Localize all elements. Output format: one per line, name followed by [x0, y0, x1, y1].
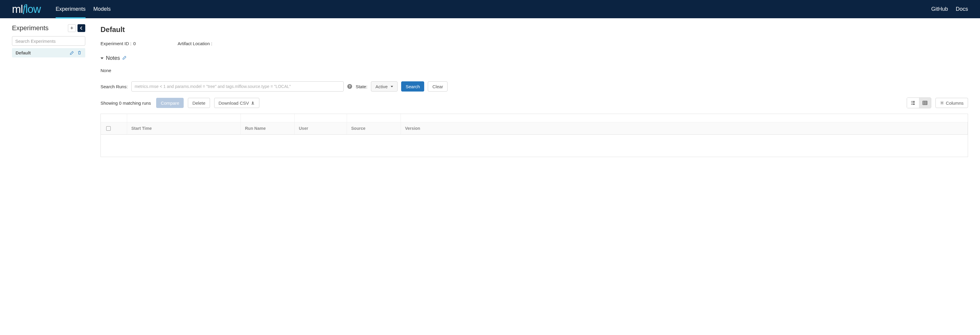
column-source[interactable]: Source: [347, 122, 401, 134]
column-run-name[interactable]: Run Name: [241, 122, 295, 134]
sidebar-title: Experiments: [12, 24, 48, 32]
download-icon: [251, 101, 255, 105]
nav-right: GitHub Docs: [931, 1, 968, 17]
mlflow-logo: mlflow: [12, 3, 41, 16]
view-toggle: [907, 97, 931, 108]
notes-label: Notes: [106, 55, 120, 61]
svg-rect-0: [923, 101, 927, 105]
experiment-id: Experiment ID 0: [100, 41, 136, 46]
table-body-empty: [101, 135, 968, 157]
search-runs-label: Search Runs:: [100, 84, 128, 89]
sidebar-item-default[interactable]: Default: [12, 48, 85, 57]
chevron-down-icon: [391, 86, 393, 87]
state-dropdown[interactable]: Active: [371, 81, 398, 92]
nav-github[interactable]: GitHub: [931, 1, 948, 17]
compare-button: Compare: [156, 98, 184, 108]
delete-runs-button[interactable]: Delete: [188, 98, 210, 108]
search-experiments-input[interactable]: [12, 36, 85, 46]
top-header: mlflow Experiments Models GitHub Docs: [0, 0, 980, 18]
delete-icon[interactable]: [77, 51, 82, 55]
column-user[interactable]: User: [295, 122, 347, 134]
sidebar: Experiments + Default: [0, 18, 90, 157]
edit-icon[interactable]: [70, 51, 74, 55]
search-runs-input[interactable]: [131, 81, 344, 92]
runs-table: Start Time Run Name User Source Version: [100, 114, 968, 157]
select-all-checkbox[interactable]: [106, 126, 111, 131]
column-start-time[interactable]: Start Time: [127, 122, 241, 134]
edit-icon: [123, 56, 127, 60]
main-panel: Default Experiment ID 0 Artifact Locatio…: [90, 18, 980, 157]
notes-content: None: [100, 68, 968, 73]
nav-models[interactable]: Models: [93, 1, 111, 17]
add-experiment-button[interactable]: +: [68, 24, 76, 32]
collapse-sidebar-button[interactable]: [78, 24, 85, 32]
state-label: State:: [356, 84, 368, 89]
columns-button[interactable]: Columns: [935, 98, 968, 108]
help-icon[interactable]: ?: [347, 84, 352, 89]
column-version[interactable]: Version: [401, 122, 968, 134]
matching-runs-text: Showing 0 matching runs: [100, 100, 151, 106]
svg-point-1: [942, 102, 943, 103]
chevron-left-icon: [80, 26, 83, 30]
artifact-location: Artifact Location: [178, 41, 214, 46]
grid-icon: [923, 101, 928, 105]
main-nav: Experiments Models: [56, 1, 111, 17]
edit-notes-button[interactable]: [123, 56, 127, 61]
nav-experiments[interactable]: Experiments: [56, 1, 86, 17]
nav-docs[interactable]: Docs: [956, 1, 968, 17]
list-view-button[interactable]: [907, 98, 919, 108]
page-title: Default: [100, 25, 968, 34]
clear-button[interactable]: Clear: [428, 81, 447, 92]
sidebar-item-label: Default: [16, 50, 31, 56]
gear-icon: [940, 101, 944, 105]
download-csv-button[interactable]: Download CSV: [214, 98, 260, 108]
grid-view-button[interactable]: [919, 98, 931, 108]
list-icon: [911, 101, 915, 105]
search-button[interactable]: Search: [401, 81, 425, 92]
select-all-header: [101, 122, 127, 134]
notes-toggle[interactable]: [100, 57, 103, 59]
